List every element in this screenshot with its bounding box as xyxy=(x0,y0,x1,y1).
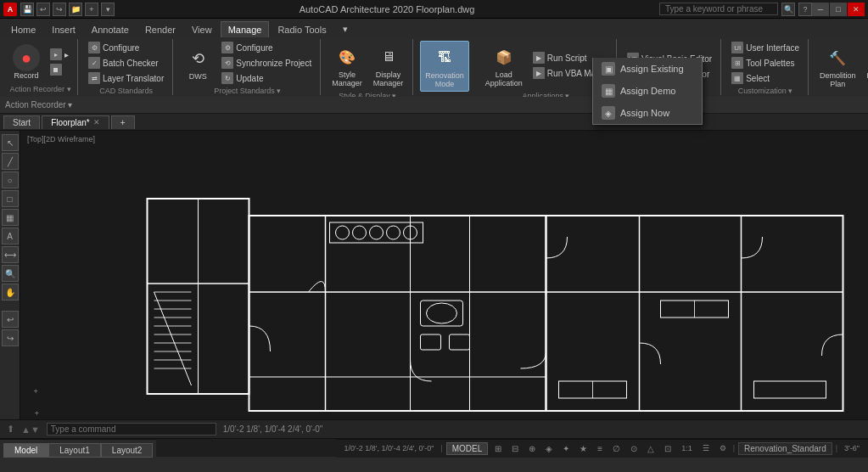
tab-radio-tools[interactable]: Radio Tools xyxy=(270,21,333,37)
sync-project-btn[interactable]: ⟲ DWS xyxy=(180,42,216,83)
svg-text:+: + xyxy=(34,387,38,396)
search-input[interactable] xyxy=(659,3,778,15)
command-input[interactable] xyxy=(47,423,216,435)
snap-toggle[interactable]: ⊟ xyxy=(508,444,522,453)
dropdown-assign-now[interactable]: ◈ Assign Now xyxy=(593,102,702,124)
stop-btn[interactable]: ⏹ xyxy=(47,63,72,76)
action-recorder-label[interactable]: Action Recorder ▾ xyxy=(5,100,72,110)
update-icon: ↻ xyxy=(221,72,233,84)
minimize-button[interactable]: ─ xyxy=(812,3,829,16)
configure-cad-btn[interactable]: ⚙ Configure xyxy=(85,41,167,54)
qa-dropdown[interactable]: ▾ xyxy=(101,3,115,16)
demolition-plan-btn[interactable]: 🔨 DemolitionPlan xyxy=(815,42,860,91)
synchronize-project-icon: ⟲ xyxy=(221,57,233,69)
app-icon[interactable]: A xyxy=(3,3,17,16)
run-vba-icon: ▶ xyxy=(533,67,545,79)
layer-translator-btn[interactable]: ⇄ Layer Translator xyxy=(85,71,167,85)
layout-tab-model[interactable]: Model xyxy=(3,443,48,458)
transparency-toggle[interactable]: ∅ xyxy=(609,444,624,453)
tab-view[interactable]: View xyxy=(184,21,220,37)
configure-project-icon: ⚙ xyxy=(221,42,233,53)
user-interface-btn[interactable]: UI User Interface xyxy=(728,41,803,54)
lineweight-toggle[interactable]: ≡ xyxy=(594,444,606,453)
tool-rect[interactable]: □ xyxy=(2,190,19,207)
tool-pan[interactable]: ✋ xyxy=(2,284,19,301)
selection-cycling[interactable]: ⊙ xyxy=(627,444,641,453)
configure-project-btn[interactable]: ⚙ Configure xyxy=(218,41,315,54)
renovation-mode-btn[interactable]: 🏗 RenovationMode xyxy=(420,41,469,92)
qa-new[interactable]: + xyxy=(85,3,98,16)
status-coords[interactable]: 1/0'-2 1/8', 1/0'-4 2/4', 0'-0" xyxy=(341,444,438,452)
batch-checker-btn[interactable]: ✓ Batch Checker xyxy=(85,56,167,70)
tab-start[interactable]: Start xyxy=(3,115,40,129)
otrack-toggle[interactable]: ★ xyxy=(576,444,591,453)
tab-annotate[interactable]: Annotate xyxy=(84,21,137,37)
tool-dimension[interactable]: ⟷ xyxy=(2,246,19,263)
qa-open[interactable]: 📁 xyxy=(69,3,82,16)
layout-tab-layout2[interactable]: Layout2 xyxy=(101,443,154,458)
dynamic-ucs[interactable]: ⊡ xyxy=(661,444,675,453)
osnap-toggle[interactable]: ✦ xyxy=(559,444,573,453)
tab-insert[interactable]: Insert xyxy=(44,21,83,37)
update-btn[interactable]: ↻ Update xyxy=(218,71,315,85)
style-manager-icon: 🎨 xyxy=(333,43,361,70)
close-button[interactable]: ✕ xyxy=(848,3,865,16)
model-space-indicator[interactable]: MODEL xyxy=(446,442,489,455)
3d-osnap[interactable]: △ xyxy=(644,444,658,453)
record-button[interactable]: ● Record xyxy=(8,42,44,82)
dropdown-assign-demo-icon: ▦ xyxy=(602,84,615,98)
search-btn[interactable]: 🔍 xyxy=(781,3,795,16)
auto-scale[interactable]: ⚙ xyxy=(716,444,730,452)
style-display-label: Style & Display ▾ xyxy=(339,90,396,97)
tab-more[interactable]: ▾ xyxy=(335,20,356,37)
style-manager-btn[interactable]: 🎨 StyleManager xyxy=(328,41,367,90)
qa-save[interactable]: 💾 xyxy=(20,3,34,16)
dropdown-assign-existing[interactable]: ▣ Assign Existing xyxy=(593,58,702,80)
tab-home[interactable]: Home xyxy=(3,21,43,37)
tab-manage[interactable]: Manage xyxy=(221,21,270,37)
annotation-scale[interactable]: 1:1 xyxy=(678,444,696,452)
workspace-switcher[interactable]: Renovation_Standard xyxy=(738,442,832,455)
tab-new[interactable]: + xyxy=(111,115,135,129)
load-app-icon: 📦 xyxy=(490,43,518,70)
tab-render[interactable]: Render xyxy=(137,21,183,37)
tool-select[interactable]: ↖ xyxy=(2,134,19,151)
tool-hatch[interactable]: ▦ xyxy=(2,209,19,226)
revision-plan-btn[interactable]: 📋 RevisionPlan xyxy=(863,42,868,91)
zoom-scale[interactable]: 3'-6" xyxy=(841,444,863,452)
tool-circle[interactable]: ○ xyxy=(2,171,19,188)
project-standards-label: Project Standards ▾ xyxy=(214,85,281,95)
tool-undo[interactable]: ↩ xyxy=(2,311,19,328)
tool-redo[interactable]: ↪ xyxy=(2,329,19,346)
title-bar: A 💾 ↩ ↪ 📁 + ▾ AutoCAD Architecture 2020 … xyxy=(0,0,868,19)
qa-redo[interactable]: ↪ xyxy=(53,3,66,16)
synchronize-project-btn[interactable]: ⟲ Synchronize Project xyxy=(218,56,315,70)
display-manager-btn[interactable]: 🖥 DisplayManager xyxy=(369,41,408,90)
grid-toggle[interactable]: ⊞ xyxy=(491,444,505,453)
tool-line[interactable]: ╱ xyxy=(2,153,19,170)
tab-floorplan-close[interactable]: ✕ xyxy=(93,118,100,126)
batch-checker-icon: ✓ xyxy=(88,57,100,69)
annotation-visibility[interactable]: ☰ xyxy=(699,444,713,452)
ortho-toggle[interactable]: ⊕ xyxy=(525,444,539,453)
dropdown-assign-demo[interactable]: ▦ Assign Demo xyxy=(593,80,702,102)
dropdown-assign-now-icon: ◈ xyxy=(602,106,615,120)
maximize-button[interactable]: □ xyxy=(830,3,847,16)
play-btn[interactable]: ▸▸ xyxy=(47,48,72,61)
svg-text:+: + xyxy=(32,411,41,415)
polar-toggle[interactable]: ◈ xyxy=(542,444,556,453)
select-btn[interactable]: ▦ Select xyxy=(728,71,803,85)
help-btn[interactable]: ? xyxy=(798,3,812,16)
layout-tab-layout1[interactable]: Layout1 xyxy=(48,443,101,458)
canvas-area[interactable]: N E S W TOP xyxy=(20,131,868,419)
stop-icon: ⏹ xyxy=(50,64,62,76)
coordinate-display: 1/0'-2 1/8', 1/0'-4 2/4', 0'-0" xyxy=(223,424,323,434)
run-script-icon: ▶ xyxy=(533,52,545,64)
tab-floorplan[interactable]: Floorplan* ✕ xyxy=(42,115,109,129)
tool-text[interactable]: A xyxy=(2,228,19,244)
tool-zoom[interactable]: 🔍 xyxy=(2,265,19,282)
tool-palettes-btn[interactable]: ⊞ Tool Palettes xyxy=(728,56,803,70)
command-arrows: ▲▼ xyxy=(21,424,40,435)
load-app-btn[interactable]: 📦 LoadApplication xyxy=(481,41,527,90)
qa-undo[interactable]: ↩ xyxy=(36,3,50,16)
